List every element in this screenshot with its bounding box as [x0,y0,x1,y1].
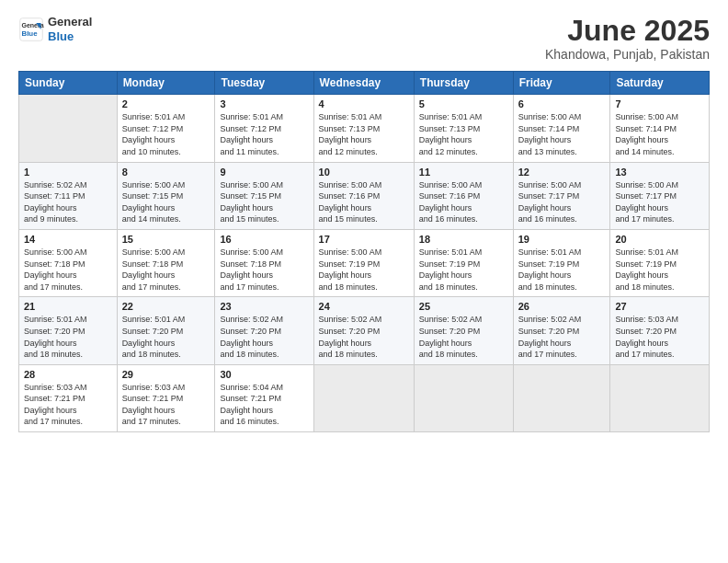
table-row: 8Sunrise: 5:00 AMSunset: 7:15 PMDaylight… [117,162,215,229]
logo-blue: Blue [48,29,92,44]
table-row: 18Sunrise: 5:01 AMSunset: 7:19 PMDayligh… [414,229,513,296]
day-info: Sunrise: 5:01 AMSunset: 7:19 PMDaylight … [615,247,704,293]
day-info: Sunrise: 5:00 AMSunset: 7:15 PMDaylight … [220,179,308,225]
col-saturday: Saturday [610,72,710,95]
day-number: 28 [24,369,112,380]
day-number: 25 [419,301,508,312]
calendar-header-row: Sunday Monday Tuesday Wednesday Thursday… [19,72,710,95]
table-row: 26Sunrise: 5:02 AMSunset: 7:20 PMDayligh… [513,297,610,364]
day-info: Sunrise: 5:01 AMSunset: 7:12 PMDaylight … [220,111,308,157]
day-number: 9 [220,167,308,178]
table-row: 6Sunrise: 5:00 AMSunset: 7:14 PMDaylight… [513,95,610,162]
table-row: 21Sunrise: 5:01 AMSunset: 7:20 PMDayligh… [19,297,118,364]
day-number: 27 [615,301,704,312]
day-info: Sunrise: 5:04 AMSunset: 7:21 PMDaylight … [220,382,308,428]
table-row: 14Sunrise: 5:00 AMSunset: 7:18 PMDayligh… [19,229,118,296]
main-title: June 2025 [545,15,710,47]
table-row [414,364,513,431]
day-info: Sunrise: 5:01 AMSunset: 7:20 PMDaylight … [24,314,112,360]
day-info: Sunrise: 5:02 AMSunset: 7:20 PMDaylight … [319,314,409,360]
day-number: 13 [615,167,704,178]
day-number: 19 [518,234,606,245]
table-row: 23Sunrise: 5:02 AMSunset: 7:20 PMDayligh… [215,297,313,364]
day-number: 11 [419,167,508,178]
table-row: 9Sunrise: 5:00 AMSunset: 7:15 PMDaylight… [215,162,313,229]
table-row: 10Sunrise: 5:00 AMSunset: 7:16 PMDayligh… [313,162,414,229]
table-row: 3Sunrise: 5:01 AMSunset: 7:12 PMDaylight… [215,95,313,162]
table-row: 15Sunrise: 5:00 AMSunset: 7:18 PMDayligh… [117,229,215,296]
day-info: Sunrise: 5:01 AMSunset: 7:20 PMDaylight … [122,314,210,360]
logo-icon: General Blue [18,17,44,42]
day-number: 18 [419,234,508,245]
day-number: 14 [24,234,112,245]
col-friday: Friday [513,72,610,95]
day-number: 4 [319,98,409,109]
table-row: 24Sunrise: 5:02 AMSunset: 7:20 PMDayligh… [313,297,414,364]
day-info: Sunrise: 5:00 AMSunset: 7:17 PMDaylight … [518,179,606,225]
table-row: 29Sunrise: 5:03 AMSunset: 7:21 PMDayligh… [117,364,215,431]
col-thursday: Thursday [414,72,513,95]
subtitle: Khandowa, Punjab, Pakistan [545,47,710,62]
day-info: Sunrise: 5:00 AMSunset: 7:18 PMDaylight … [220,247,308,293]
calendar-week-row: 21Sunrise: 5:01 AMSunset: 7:20 PMDayligh… [19,297,710,364]
calendar-body: 2Sunrise: 5:01 AMSunset: 7:12 PMDaylight… [19,95,710,432]
day-number: 15 [122,234,210,245]
day-info: Sunrise: 5:00 AMSunset: 7:14 PMDaylight … [518,111,606,157]
table-row [313,364,414,431]
table-row: 27Sunrise: 5:03 AMSunset: 7:20 PMDayligh… [610,297,710,364]
table-row: 2Sunrise: 5:01 AMSunset: 7:12 PMDaylight… [117,95,215,162]
table-row: 19Sunrise: 5:01 AMSunset: 7:19 PMDayligh… [513,229,610,296]
table-row: 4Sunrise: 5:01 AMSunset: 7:13 PMDaylight… [313,95,414,162]
day-number: 16 [220,234,308,245]
day-info: Sunrise: 5:03 AMSunset: 7:21 PMDaylight … [122,382,210,428]
day-number: 1 [24,167,112,178]
day-info: Sunrise: 5:01 AMSunset: 7:19 PMDaylight … [419,247,508,293]
table-row: 11Sunrise: 5:00 AMSunset: 7:16 PMDayligh… [414,162,513,229]
table-row: 16Sunrise: 5:00 AMSunset: 7:18 PMDayligh… [215,229,313,296]
day-number: 6 [518,98,606,109]
col-tuesday: Tuesday [215,72,313,95]
title-block: June 2025 Khandowa, Punjab, Pakistan [545,15,710,62]
day-number: 26 [518,301,606,312]
day-number: 23 [220,301,308,312]
day-number: 30 [220,369,308,380]
day-number: 3 [220,98,308,109]
day-number: 2 [122,98,210,109]
day-number: 21 [24,301,112,312]
day-info: Sunrise: 5:01 AMSunset: 7:19 PMDaylight … [518,247,606,293]
calendar-table: Sunday Monday Tuesday Wednesday Thursday… [18,71,710,432]
day-info: Sunrise: 5:02 AMSunset: 7:20 PMDaylight … [419,314,508,360]
svg-text:Blue: Blue [22,29,39,38]
day-info: Sunrise: 5:00 AMSunset: 7:15 PMDaylight … [122,179,210,225]
day-info: Sunrise: 5:00 AMSunset: 7:18 PMDaylight … [24,247,112,293]
day-info: Sunrise: 5:03 AMSunset: 7:20 PMDaylight … [615,314,704,360]
calendar-week-row: 1Sunrise: 5:02 AMSunset: 7:11 PMDaylight… [19,162,710,229]
table-row: 7Sunrise: 5:00 AMSunset: 7:14 PMDaylight… [610,95,710,162]
day-number: 29 [122,369,210,380]
day-number: 17 [319,234,409,245]
table-row: 5Sunrise: 5:01 AMSunset: 7:13 PMDaylight… [414,95,513,162]
col-monday: Monday [117,72,215,95]
table-row: 17Sunrise: 5:00 AMSunset: 7:19 PMDayligh… [313,229,414,296]
day-number: 10 [319,167,409,178]
table-row: 13Sunrise: 5:00 AMSunset: 7:17 PMDayligh… [610,162,710,229]
header: General Blue General Blue June 2025 Khan… [18,15,710,62]
day-info: Sunrise: 5:00 AMSunset: 7:19 PMDaylight … [319,247,409,293]
table-row [610,364,710,431]
day-info: Sunrise: 5:02 AMSunset: 7:20 PMDaylight … [220,314,308,360]
day-info: Sunrise: 5:02 AMSunset: 7:11 PMDaylight … [24,179,112,225]
table-row: 22Sunrise: 5:01 AMSunset: 7:20 PMDayligh… [117,297,215,364]
page: General Blue General Blue June 2025 Khan… [0,0,728,563]
day-info: Sunrise: 5:00 AMSunset: 7:14 PMDaylight … [615,111,704,157]
calendar-week-row: 2Sunrise: 5:01 AMSunset: 7:12 PMDaylight… [19,95,710,162]
table-row: 30Sunrise: 5:04 AMSunset: 7:21 PMDayligh… [215,364,313,431]
table-row: 20Sunrise: 5:01 AMSunset: 7:19 PMDayligh… [610,229,710,296]
calendar-week-row: 14Sunrise: 5:00 AMSunset: 7:18 PMDayligh… [19,229,710,296]
day-number: 20 [615,234,704,245]
day-number: 22 [122,301,210,312]
day-info: Sunrise: 5:03 AMSunset: 7:21 PMDaylight … [24,382,112,428]
table-row [19,95,118,162]
calendar-week-row: 28Sunrise: 5:03 AMSunset: 7:21 PMDayligh… [19,364,710,431]
day-info: Sunrise: 5:01 AMSunset: 7:13 PMDaylight … [419,111,508,157]
day-number: 5 [419,98,508,109]
